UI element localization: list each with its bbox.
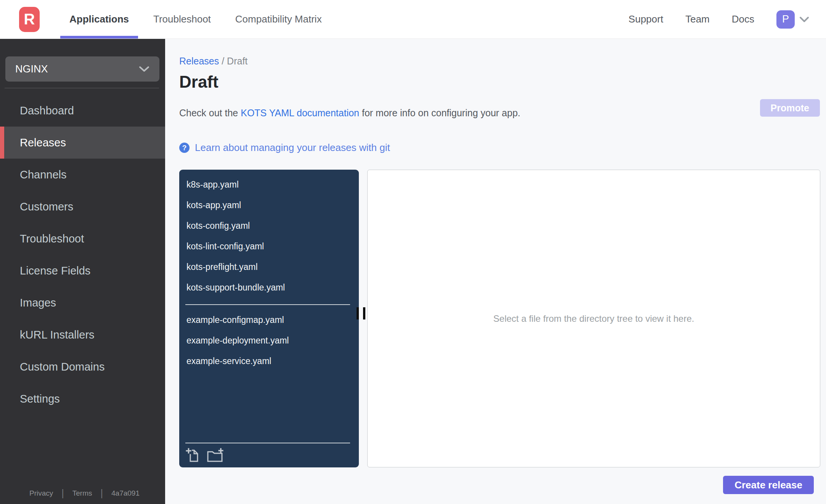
file-group-divider [185,304,350,305]
file-tree-footer [185,443,350,463]
file-tree-panel: k8s-app.yaml kots-app.yaml kots-config.y… [179,170,359,467]
file-tree-item[interactable]: kots-support-bundle.yaml [179,277,359,298]
footer-separator: | [101,488,103,499]
subtitle-suffix: for more info on configuring your app. [359,108,520,118]
git-releases-help-link[interactable]: ? Learn about managing your releases wit… [179,142,390,154]
sidebar-item-label: Dashboard [20,104,74,117]
support-link[interactable]: Support [628,13,663,25]
tab-troubleshoot[interactable]: Troubleshoot [144,0,220,39]
git-releases-help-label: Learn about managing your releases with … [195,142,390,154]
panel-resize-handle[interactable] [357,307,365,319]
chevron-down-icon [139,66,149,72]
new-file-icon[interactable] [185,448,201,463]
file-name: example-deployment.yaml [186,335,289,346]
sidebar-item-label: Images [20,297,56,309]
sidebar-item-label: Customers [20,201,73,213]
breadcrumb-releases-link[interactable]: Releases [179,56,219,66]
terms-link[interactable]: Terms [72,489,92,498]
build-hash: 4a7a091 [111,489,140,498]
kots-yaml-docs-link[interactable]: KOTS YAML documentation [241,108,359,118]
breadcrumb-separator: / Draft [222,56,247,66]
vendor-portal-app: R Applications Troubleshoot Compatibilit… [0,0,826,504]
app-selector-value: NGINX [15,63,48,75]
file-tree-item[interactable]: kots-app.yaml [179,195,359,215]
sidebar-item-kurl-installers[interactable]: kURL Installers [0,319,165,351]
sidebar-item-label: Channels [20,169,67,181]
sidebar-item-releases[interactable]: Releases [0,127,165,159]
promote-button[interactable]: Promote [760,99,820,117]
top-nav: R Applications Troubleshoot Compatibilit… [0,0,826,39]
sidebar-nav: Dashboard Releases Channels Customers Tr… [0,95,165,415]
sidebar-item-label: Troubleshoot [20,233,84,245]
chevron-down-icon[interactable] [799,16,809,22]
file-tree-item[interactable]: kots-config.yaml [179,215,359,236]
docs-link[interactable]: Docs [732,13,754,25]
file-viewer-placeholder: Select a file from the directory tree to… [493,313,694,324]
main-content: Releases / Draft Draft Check out the KOT… [165,39,826,504]
sidebar-item-channels[interactable]: Channels [0,159,165,191]
file-name: example-service.yaml [186,356,271,366]
create-release-button[interactable]: Create release [723,476,814,494]
avatar[interactable]: P [776,10,795,29]
resize-bar [363,307,365,319]
tab-troubleshoot-label: Troubleshoot [153,13,211,25]
team-link[interactable]: Team [685,13,710,25]
file-name: example-configmap.yaml [186,315,284,325]
sidebar-item-images[interactable]: Images [0,287,165,319]
breadcrumb: Releases / Draft [179,56,247,67]
sidebar-item-customers[interactable]: Customers [0,191,165,223]
help-icon: ? [179,143,190,153]
file-viewer-panel: Select a file from the directory tree to… [367,170,820,467]
new-folder-icon[interactable] [206,448,224,463]
file-name: kots-support-bundle.yaml [186,282,285,293]
page-subtitle: Check out the KOTS YAML documentation fo… [179,108,521,119]
sidebar-item-label: License Fields [20,265,90,277]
page-title: Draft [179,72,219,91]
sidebar-item-troubleshoot[interactable]: Troubleshoot [0,223,165,255]
tab-compatibility-matrix-label: Compatibility Matrix [235,13,322,25]
file-name: kots-preflight.yaml [186,262,258,272]
tab-applications[interactable]: Applications [60,0,138,39]
file-name: kots-config.yaml [186,221,250,231]
file-tree-item[interactable]: kots-preflight.yaml [179,257,359,277]
app-sidebar: NGINX Dashboard Releases Channels Custom… [0,39,165,504]
sidebar-item-label: Custom Domains [20,361,104,373]
file-name: k8s-app.yaml [186,180,239,190]
file-tree-item[interactable]: example-service.yaml [179,351,359,371]
footer-separator: | [61,488,64,499]
resize-bar [357,307,359,319]
breadcrumb-current: Draft [227,56,247,66]
logo-letter: R [24,11,35,28]
privacy-link[interactable]: Privacy [29,489,53,498]
tab-applications-label: Applications [69,13,129,25]
top-nav-right: Support Team Docs P [628,10,809,29]
account-menu[interactable]: P [776,10,809,29]
file-tree-item[interactable]: example-deployment.yaml [179,330,359,351]
sidebar-item-label: Settings [20,393,60,405]
sidebar-item-custom-domains[interactable]: Custom Domains [0,351,165,383]
file-tree-item[interactable]: k8s-app.yaml [179,174,359,195]
subtitle-prefix: Check out the [179,108,241,118]
sidebar-item-settings[interactable]: Settings [0,383,165,415]
file-name: kots-lint-config.yaml [186,241,264,252]
sidebar-item-dashboard[interactable]: Dashboard [0,95,165,127]
tab-compatibility-matrix[interactable]: Compatibility Matrix [226,0,331,39]
primary-tabs: Applications Troubleshoot Compatibility … [60,0,337,39]
file-tree-item[interactable]: example-configmap.yaml [179,310,359,330]
file-tree-item[interactable]: kots-lint-config.yaml [179,236,359,257]
sidebar-item-label: kURL Installers [20,329,95,341]
avatar-initial: P [782,13,789,25]
replicated-logo[interactable]: R [19,7,40,32]
app-selector-dropdown[interactable]: NGINX [5,56,159,82]
sidebar-divider [5,88,159,88]
sidebar-item-license-fields[interactable]: License Fields [0,255,165,287]
file-name: kots-app.yaml [186,200,241,210]
sidebar-footer: Privacy | Terms | 4a7a091 [29,488,140,499]
sidebar-item-label: Releases [20,136,66,149]
